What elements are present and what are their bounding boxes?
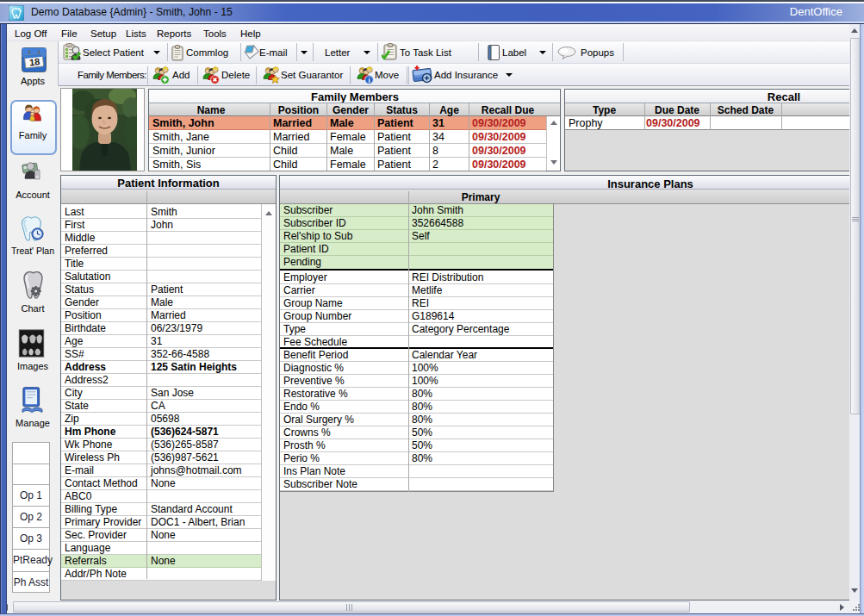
- svg-text:18: 18: [28, 56, 40, 67]
